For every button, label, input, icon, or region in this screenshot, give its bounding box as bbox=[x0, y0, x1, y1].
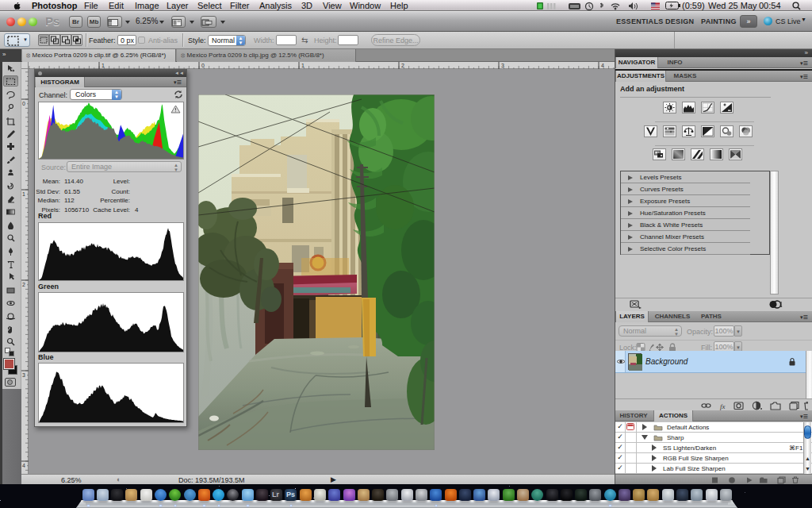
svg-text:1: 1 bbox=[102, 63, 105, 68]
svg-text:4: 4 bbox=[601, 63, 604, 68]
svg-text:3: 3 bbox=[501, 63, 504, 68]
svg-text:2: 2 bbox=[22, 282, 25, 287]
svg-text:3: 3 bbox=[22, 372, 25, 378]
svg-text:1: 1 bbox=[301, 63, 304, 68]
svg-text:fx: fx bbox=[720, 402, 726, 410]
svg-text:0: 0 bbox=[22, 101, 25, 106]
svg-text:1: 1 bbox=[22, 191, 25, 197]
svg-text:0: 0 bbox=[201, 63, 205, 68]
svg-text:2: 2 bbox=[401, 63, 404, 68]
svg-text:4: 4 bbox=[22, 463, 25, 468]
